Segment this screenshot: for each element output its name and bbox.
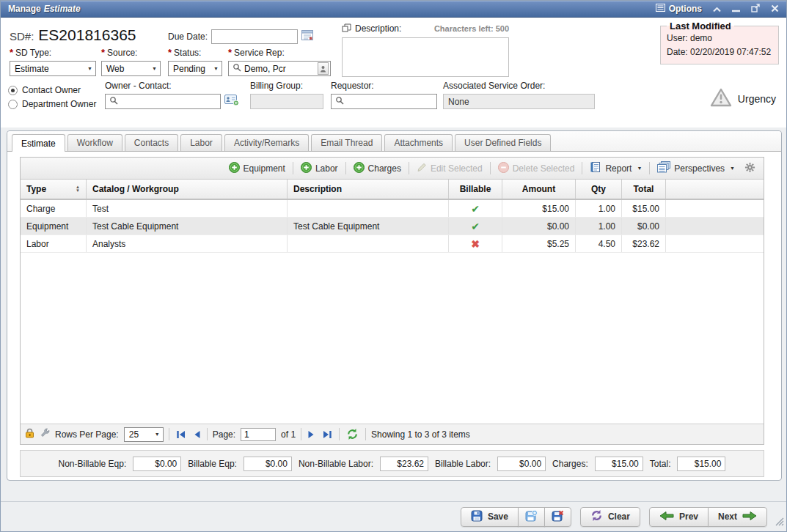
first-page-button[interactable]: [175, 430, 187, 439]
window-title-emphasis: Estimate: [44, 4, 81, 14]
owner-type-radios: Contact Owner Department Owner: [8, 85, 96, 113]
arrow-right-icon: [742, 511, 757, 523]
refresh-icon[interactable]: [345, 429, 360, 440]
tab-workflow[interactable]: Workflow: [67, 134, 122, 151]
status-label: Status:: [174, 48, 201, 58]
tab-contacts[interactable]: Contacts: [125, 134, 178, 151]
report-icon: [590, 161, 601, 175]
next-button[interactable]: Next: [708, 507, 767, 527]
lock-icon[interactable]: [25, 428, 34, 440]
due-date-group: Due Date:: [168, 29, 314, 44]
delete-selected-button[interactable]: Delete Selected: [496, 162, 577, 175]
column-header-total[interactable]: Total: [622, 180, 666, 199]
resize-grip[interactable]: [774, 516, 784, 529]
grid-settings-button[interactable]: [742, 162, 758, 175]
requestor-label: Requestor:: [331, 81, 374, 91]
associated-service-order-field: None: [443, 94, 595, 109]
cell-description: [288, 200, 449, 217]
toolbar-separator: [582, 162, 582, 174]
manage-estimate-window: ManageEstimate Options SD#: ES201816365 …: [0, 0, 787, 532]
next-page-button[interactable]: [307, 430, 316, 439]
non-billable-labor-value: $23.62: [380, 457, 428, 471]
collapse-button[interactable]: [713, 2, 721, 15]
service-rep-person-button[interactable]: [318, 62, 329, 75]
edit-selected-button[interactable]: Edit Selected: [414, 162, 485, 174]
tab-estimate[interactable]: Estimate: [12, 134, 65, 152]
last-page-button[interactable]: [321, 430, 334, 439]
total-label: Total:: [650, 459, 671, 469]
grid-header: Type ▲▼ Catalog / Workgroup Description …: [21, 180, 764, 200]
sd-type-select[interactable]: Estimate ▼: [10, 61, 96, 76]
table-row[interactable]: Charge Test ✔ $15.00 1.00 $15.00: [21, 200, 764, 218]
owner-contact-group: Owner - Contact:: [105, 81, 239, 109]
cell-amount: $0.00: [502, 218, 576, 234]
table-row[interactable]: Labor Analysts ✖ $5.25 4.50 $23.62: [21, 235, 764, 253]
add-charges-button[interactable]: Charges: [351, 162, 403, 175]
tab-strip: Estimate Workflow Contacts Labor Activit…: [7, 131, 781, 152]
tab-attachments[interactable]: Attachments: [384, 134, 453, 151]
prev-page-button[interactable]: [192, 430, 202, 439]
save-button[interactable]: Save: [461, 507, 519, 527]
rows-per-page-select[interactable]: 25 ▼: [124, 427, 164, 442]
cell-spacer: [666, 235, 764, 252]
department-owner-radio[interactable]: Department Owner: [8, 99, 96, 109]
charges-value: $15.00: [595, 457, 643, 471]
owner-contact-field[interactable]: [105, 94, 221, 109]
associated-service-order-label: Associated Service Order:: [443, 81, 545, 91]
clear-button[interactable]: Clear: [580, 507, 640, 527]
calendar-icon[interactable]: [301, 29, 314, 44]
column-header-amount[interactable]: Amount: [502, 180, 576, 199]
requestor-field[interactable]: [331, 94, 437, 109]
prev-button[interactable]: Prev: [649, 507, 709, 527]
tab-labor[interactable]: Labor: [180, 134, 222, 151]
description-block: Description: Characters left: 500: [342, 22, 509, 80]
tab-activity-remarks[interactable]: Activity/Remarks: [224, 134, 309, 151]
popout-button[interactable]: [751, 2, 760, 15]
cell-spacer: [666, 200, 764, 217]
add-labor-button[interactable]: Labor: [299, 162, 340, 175]
sd-number-value: ES201816365: [38, 26, 136, 44]
add-contact-icon[interactable]: [224, 94, 239, 109]
description-textarea[interactable]: [342, 37, 509, 77]
cell-type: Equipment: [21, 218, 87, 234]
chevron-down-icon: ▼: [213, 66, 219, 71]
due-date-input[interactable]: [211, 29, 298, 44]
perspectives-menu-button[interactable]: Perspectives ▼: [655, 161, 737, 175]
save-and-close-button[interactable]: [544, 507, 571, 527]
minimize-button[interactable]: [732, 2, 740, 15]
tab-user-defined-fields[interactable]: User Defined Fields: [455, 134, 551, 151]
column-header-type[interactable]: Type ▲▼: [21, 180, 87, 199]
urgency-indicator[interactable]: Urgency: [710, 88, 776, 110]
source-select[interactable]: Web ▼: [101, 61, 161, 76]
close-button[interactable]: [771, 2, 779, 15]
save-and-new-button[interactable]: [518, 507, 545, 527]
report-menu-button[interactable]: Report ▼: [587, 161, 644, 175]
add-equipment-button[interactable]: Equipment: [227, 162, 288, 175]
status-group: *Status: Pending ▼: [168, 47, 222, 76]
column-header-catalog-workgroup[interactable]: Catalog / Workgroup: [87, 180, 288, 199]
estimate-grid: Equipment Labor Charges Edit Selected: [20, 157, 764, 445]
column-header-qty[interactable]: Qty: [576, 180, 622, 199]
table-row[interactable]: Equipment Test Cable Equipment Test Cabl…: [21, 218, 764, 235]
column-header-description[interactable]: Description: [288, 180, 449, 199]
billable-status-icon: ✔: [449, 200, 502, 217]
gear-icon: [744, 162, 755, 175]
service-rep-field[interactable]: Demo, Pcr: [228, 61, 331, 76]
grid-empty-area: [21, 253, 764, 424]
last-modified-box: Last Modified User: demo Date: 02/20/201…: [660, 21, 779, 64]
page-number-input[interactable]: [241, 428, 276, 441]
options-icon: [656, 4, 665, 14]
wrench-icon[interactable]: [40, 428, 50, 440]
titlebar: ManageEstimate Options: [1, 1, 786, 18]
sd-number-group: SD#: ES201816365: [10, 26, 136, 44]
options-button[interactable]: Options: [656, 4, 702, 14]
column-header-billable[interactable]: Billable: [449, 180, 502, 199]
contact-owner-radio[interactable]: Contact Owner: [8, 85, 96, 95]
status-select[interactable]: Pending ▼: [168, 61, 222, 76]
chevron-down-icon: ▼: [152, 66, 157, 71]
urgency-label: Urgency: [738, 93, 776, 105]
cell-catalog: Analysts: [87, 235, 288, 252]
last-modified-user: User: demo: [667, 32, 772, 45]
expand-icon[interactable]: [342, 22, 351, 35]
tab-email-thread[interactable]: Email Thread: [311, 134, 382, 151]
